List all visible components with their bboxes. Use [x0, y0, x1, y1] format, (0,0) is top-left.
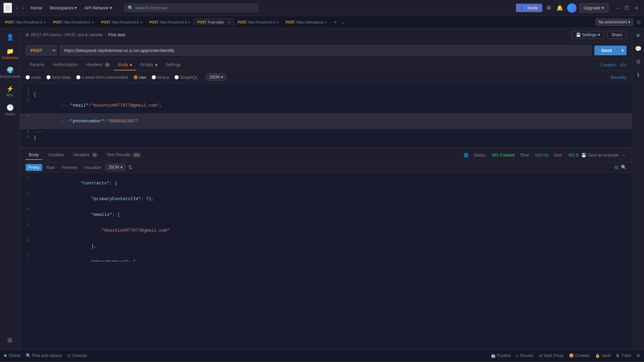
tab-4[interactable]: POST http://localhost:3 ●: [146, 18, 194, 25]
trash-icon: 🗑: [616, 353, 620, 358]
layout-icon[interactable]: ⊡: [635, 19, 643, 25]
body-option-graphql[interactable]: GraphQL: [174, 75, 198, 80]
radio-raw[interactable]: [133, 75, 138, 79]
cookies-link[interactable]: Cookies: [600, 62, 616, 68]
radio-urlencoded[interactable]: [76, 75, 80, 79]
json-dropdown[interactable]: JSON ▾: [105, 164, 125, 171]
close-tab-icon[interactable]: ●: [44, 20, 46, 24]
res-line-4: 4 "emails": [: [20, 207, 632, 223]
workspaces-button[interactable]: Workspaces ▾: [47, 4, 79, 12]
method-selector[interactable]: POST GET PUT DELETE: [25, 45, 57, 56]
search-placeholder: Search Postman: [135, 5, 167, 10]
method-label: POST: [53, 20, 62, 24]
tab-6[interactable]: POST http://localhost:3 ●: [234, 18, 282, 25]
radio-form-data[interactable]: [46, 75, 51, 79]
tab-headers[interactable]: Headers 9: [82, 59, 114, 70]
right-panel-icon-4[interactable]: ℹ: [635, 70, 641, 80]
close-tab-icon[interactable]: ●: [188, 20, 190, 24]
tab-body[interactable]: Body: [114, 59, 136, 70]
forward-button[interactable]: ›: [20, 4, 26, 12]
format-visualize[interactable]: Visualize: [81, 164, 104, 171]
upgrade-button[interactable]: Upgrade ▾: [579, 3, 608, 12]
right-panel-icon-1[interactable]: 👁: [634, 31, 643, 41]
maximize-button[interactable]: ⧠: [623, 5, 631, 11]
minimize-button[interactable]: ─: [614, 5, 621, 11]
close-tab-icon[interactable]: ●: [228, 20, 230, 24]
radio-binary[interactable]: [152, 75, 156, 79]
body-option-binary[interactable]: binary: [152, 75, 169, 80]
url-input[interactable]: [60, 45, 592, 56]
close-tab-icon[interactable]: ●: [276, 20, 278, 24]
expand-button[interactable]: ⊞: [637, 353, 640, 358]
search-bar[interactable]: 🔍 Search Postman: [124, 4, 258, 12]
share-button[interactable]: Share: [607, 31, 627, 39]
more-options-button[interactable]: ⋯: [621, 152, 627, 158]
sidebar-item-apis[interactable]: ⚡ APIs: [1, 82, 19, 100]
menu-icon[interactable]: ☰: [3, 3, 12, 13]
close-tab-icon[interactable]: ●: [92, 20, 94, 24]
trash-button[interactable]: 🗑 Trash: [616, 353, 631, 358]
radio-none[interactable]: [25, 75, 30, 79]
beautify-button[interactable]: Beautify: [611, 75, 627, 80]
send-dropdown[interactable]: ▾: [619, 46, 627, 55]
response-tab-headers[interactable]: Headers 8: [70, 150, 101, 160]
tab-params[interactable]: Params: [25, 59, 49, 70]
invite-button[interactable]: 👥 Invite: [516, 4, 542, 12]
postbot-button[interactable]: 🤖 Postbot: [491, 353, 511, 358]
body-option-raw[interactable]: raw: [133, 75, 146, 80]
copy-icon[interactable]: ⧉: [615, 165, 618, 170]
console-button[interactable]: ⊡ Console: [67, 353, 87, 358]
send-button[interactable]: Send: [594, 46, 619, 55]
response-tab-test-results[interactable]: Test Results 1/1: [103, 150, 144, 160]
tab-authorization[interactable]: Authorization: [49, 59, 82, 70]
back-button[interactable]: ‹: [14, 4, 20, 12]
code-icon[interactable]: </>: [620, 62, 627, 68]
sidebar-item-more[interactable]: ⊞: [1, 334, 19, 347]
right-panel-icon-3[interactable]: ⚙: [634, 57, 643, 67]
tab-1[interactable]: POST http://localhost:3 ●: [1, 18, 49, 25]
cookies-button[interactable]: 🍪 Cookies: [569, 353, 590, 358]
response-tab-body[interactable]: Body: [25, 150, 42, 160]
home-link[interactable]: Home: [28, 4, 45, 12]
tab-3[interactable]: POST http://localhost:3 ●: [98, 18, 146, 25]
format-pretty[interactable]: Pretty: [25, 164, 42, 171]
sidebar-item-environments[interactable]: 🌍 Environments: [1, 64, 19, 81]
tab-scripts[interactable]: Scripts: [136, 59, 161, 70]
new-tab-button[interactable]: +: [332, 19, 338, 25]
close-button[interactable]: ✕: [633, 5, 641, 11]
avatar[interactable]: [567, 3, 577, 13]
right-panel-icon-2[interactable]: 💬: [633, 44, 644, 54]
runner-button[interactable]: ▷ Runner: [516, 353, 533, 358]
environment-selector[interactable]: No environment ▾: [595, 18, 633, 26]
tab-2[interactable]: POST http://localhost:3 ●: [49, 18, 97, 25]
sidebar-item-collections[interactable]: 📁 Collections: [1, 45, 19, 62]
api-network-button[interactable]: API Network ▾: [82, 4, 114, 12]
body-option-form-data[interactable]: form-data: [46, 75, 71, 80]
save-button[interactable]: 💾 Settings ▾: [572, 31, 604, 39]
bell-icon[interactable]: 🔔: [555, 3, 565, 12]
response-tab-cookies[interactable]: Cookies: [45, 150, 67, 160]
sidebar-item-history[interactable]: 🕐 History: [1, 101, 19, 119]
tab-7[interactable]: POST https://bitespeed ●: [282, 18, 330, 25]
body-option-none[interactable]: none: [25, 75, 41, 80]
close-tab-icon[interactable]: ●: [140, 20, 142, 24]
breadcrumb-collection[interactable]: REST API basics: CRUD, test & variable: [31, 33, 103, 37]
find-replace-button[interactable]: 🔍 Find and replace: [26, 353, 62, 358]
body-option-urlencoded[interactable]: x-www-form-urlencoded: [76, 75, 128, 80]
tab-overflow-button[interactable]: ⌄: [339, 19, 347, 25]
radio-graphql[interactable]: [174, 75, 179, 79]
search-response-icon[interactable]: 🔍: [621, 165, 627, 170]
request-body-editor[interactable]: 1 2 { 3 ····"email":"bkashish077077@gmai…: [20, 84, 632, 147]
filter-button[interactable]: ⇅: [128, 164, 132, 171]
tab-settings[interactable]: Settings: [161, 59, 185, 70]
format-preview[interactable]: Preview: [59, 164, 80, 171]
sidebar-item-account[interactable]: 👤: [1, 31, 19, 44]
vault-button[interactable]: 🔒 Vault: [595, 353, 610, 358]
tab-5-active[interactable]: POST Post data ●: [194, 18, 234, 25]
settings-icon[interactable]: ⚙: [545, 3, 552, 12]
save-example-button[interactable]: 💾 Save as example: [581, 152, 619, 158]
format-raw[interactable]: Raw: [44, 164, 58, 171]
start-proxy-button[interactable]: ⇄ Start Proxy: [539, 353, 564, 358]
json-format-selector[interactable]: JSON ▾: [206, 73, 226, 81]
close-tab-icon[interactable]: ●: [325, 20, 327, 24]
